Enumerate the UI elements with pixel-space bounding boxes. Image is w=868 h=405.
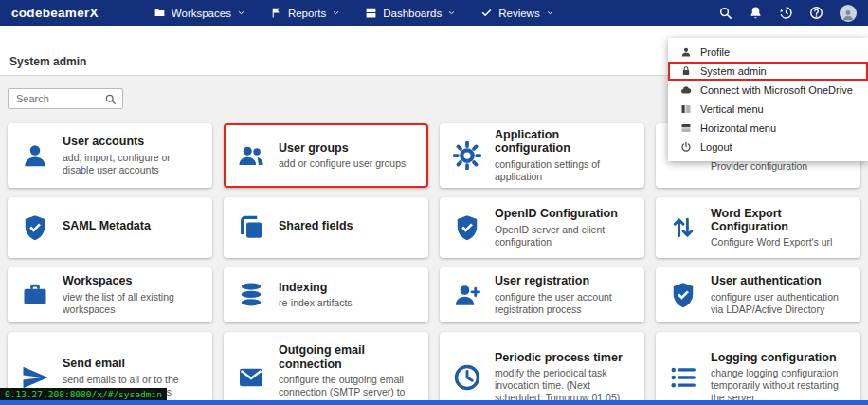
bell-icon[interactable] xyxy=(749,6,763,20)
clock-icon xyxy=(451,363,483,392)
card-user-authentication[interactable]: User authentication configure user authe… xyxy=(656,267,860,322)
lock-icon xyxy=(679,65,692,77)
list-icon xyxy=(667,363,699,392)
grid-icon xyxy=(365,7,377,19)
card-logging-configuration[interactable]: Logging configuration change logging con… xyxy=(656,332,860,405)
main-nav: Workspaces Reports Dashboards Reviews xyxy=(154,7,554,19)
briefcase-icon xyxy=(19,281,51,309)
search-icon xyxy=(104,93,117,105)
check-icon xyxy=(480,7,493,19)
hmenu-icon xyxy=(679,122,692,134)
card-outgoing-email-connection[interactable]: Outgoing email connection configure the … xyxy=(224,332,428,405)
power-icon xyxy=(679,141,692,153)
codebeamer-logo[interactable]: codebeamerX xyxy=(11,6,99,20)
chevron-down-icon xyxy=(447,9,456,17)
chevron-down-icon xyxy=(237,9,245,17)
top-navbar: codebeamerX Workspaces Reports Dashboard… xyxy=(0,0,868,26)
nav-reviews[interactable]: Reviews xyxy=(480,7,553,19)
person-icon xyxy=(679,46,692,58)
card-workspaces[interactable]: Workspaces view the list of all existing… xyxy=(8,267,212,322)
chevron-down-icon xyxy=(546,9,554,17)
menu-item-vertical-menu[interactable]: Vertical menu xyxy=(668,100,868,119)
history-icon[interactable] xyxy=(779,6,793,20)
card-periodic-process-timer[interactable]: Periodic process timer modify the period… xyxy=(440,332,644,405)
shared-icon xyxy=(235,213,267,242)
card-openid-configuration[interactable]: OpenID Configuration OpenID server and c… xyxy=(440,197,644,258)
card-indexing[interactable]: Indexing re-index artifacts xyxy=(224,267,428,322)
card-shared-fields[interactable]: Shared fields xyxy=(224,197,428,258)
card-user-accounts[interactable]: User accounts add, import, configure or … xyxy=(8,123,212,188)
person-icon xyxy=(19,141,51,170)
shield-icon xyxy=(19,213,51,242)
database-icon xyxy=(235,281,267,309)
menu-item-logout[interactable]: Logout xyxy=(668,138,868,156)
card-user-registration[interactable]: User registration configure the user acc… xyxy=(440,267,644,322)
chevron-down-icon xyxy=(332,9,340,17)
search-icon[interactable] xyxy=(718,6,732,20)
shield-icon xyxy=(451,213,483,242)
updown-icon xyxy=(667,213,699,242)
horizontal-scrollbar[interactable] xyxy=(0,400,868,405)
envelope-icon xyxy=(235,363,267,392)
shield-icon xyxy=(667,281,699,309)
flag-icon xyxy=(270,7,282,19)
nav-dashboards[interactable]: Dashboards xyxy=(365,7,456,19)
menu-item-connect-with-microsoft-onedrive[interactable]: Connect with Microsoft OneDrive xyxy=(668,81,868,100)
topbar-actions xyxy=(718,5,857,22)
people-icon xyxy=(235,141,267,170)
nav-workspaces[interactable]: Workspaces xyxy=(154,7,245,19)
user-menu: Profile System admin Connect with Micros… xyxy=(668,38,868,161)
admin-card-grid: User accounts add, import, configure or … xyxy=(8,123,860,405)
user-avatar[interactable] xyxy=(840,5,857,22)
vmenu-icon xyxy=(679,103,692,115)
card-user-groups[interactable]: User groups add or configure user groups xyxy=(224,123,428,188)
gear-icon xyxy=(451,141,483,170)
menu-item-horizontal-menu[interactable]: Horizontal menu xyxy=(668,119,868,138)
cloud-icon xyxy=(679,84,692,96)
page-title: System admin xyxy=(9,55,86,68)
status-url: 0.13.27.208:8080/x/#/sysadmin xyxy=(0,388,167,400)
card-saml-metadata[interactable]: SAML Metadata xyxy=(8,197,212,258)
folder-icon xyxy=(154,7,166,19)
nav-reports[interactable]: Reports xyxy=(270,7,340,19)
help-icon[interactable] xyxy=(809,6,823,20)
search-input[interactable] xyxy=(14,92,100,105)
search-box[interactable] xyxy=(8,88,123,109)
person-add-icon xyxy=(451,281,483,309)
card-word-export-configuration[interactable]: Word Export Configuration Configure Word… xyxy=(656,197,860,258)
menu-item-profile[interactable]: Profile xyxy=(668,43,868,62)
card-application-configuration[interactable]: Application configuration configuration … xyxy=(440,123,644,188)
menu-item-system-admin[interactable]: System admin xyxy=(668,62,868,81)
